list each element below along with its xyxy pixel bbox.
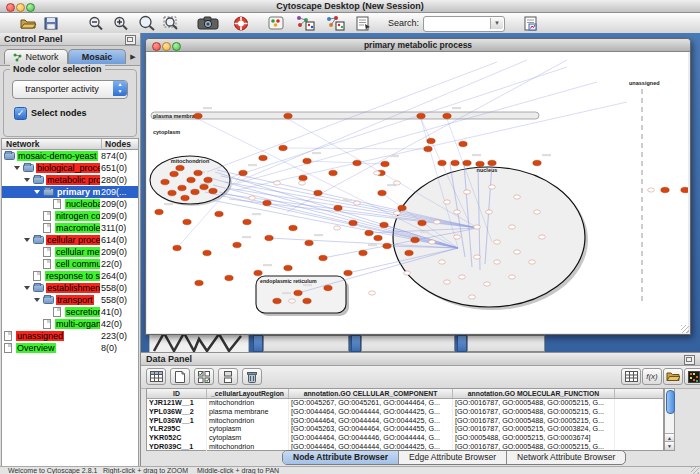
network-node-small[interactable] [454, 235, 461, 239]
network-node[interactable] [463, 160, 471, 166]
import-table-icon[interactable] [621, 368, 641, 385]
network-node[interactable] [349, 220, 357, 226]
network-node-small[interactable] [474, 255, 481, 259]
network-node-small[interactable] [374, 171, 381, 175]
network-node-small[interactable] [514, 250, 521, 254]
network-node-small[interactable] [289, 299, 296, 303]
table-column-header[interactable]: _cellularLayoutRegion [207, 389, 289, 398]
zoom-fit-icon[interactable] [163, 14, 180, 32]
network-node[interactable] [681, 187, 688, 193]
network-node[interactable] [194, 113, 202, 119]
tree-row[interactable]: nucleobase-209(0) [2, 198, 138, 210]
network-node-small[interactable] [509, 225, 516, 229]
search-input[interactable]: ▼ [423, 16, 505, 32]
help-ring-icon[interactable] [233, 14, 249, 32]
tree-row[interactable]: Overview8(0) [2, 342, 138, 354]
network-node[interactable] [181, 195, 189, 201]
search-field[interactable] [426, 17, 492, 31]
network-node[interactable] [476, 161, 484, 167]
network-node[interactable] [324, 285, 332, 291]
tree-row[interactable]: primary metabo209(... [2, 186, 138, 198]
delete-attribute-icon[interactable] [242, 368, 262, 385]
tree-row[interactable]: transport558(0) [2, 294, 138, 306]
network-node[interactable] [365, 230, 373, 236]
network-canvas[interactable]: plasma membrane cytoplasm mitochondrion … [147, 52, 688, 333]
network-node[interactable] [243, 219, 251, 225]
tree-row[interactable]: nitrogen compo209(0) [2, 210, 138, 222]
legend-icon[interactable] [268, 14, 284, 32]
network-view-icon[interactable] [325, 14, 345, 32]
network-node-small[interactable] [529, 260, 536, 264]
tree-row[interactable]: mosaic-demo-yeast874(0) [2, 150, 138, 162]
select-nodes-checkbox[interactable]: ✓ [14, 107, 27, 120]
tab-network-attribute-browser[interactable]: Network Attribute Browser [507, 451, 625, 464]
background-window-sliver[interactable] [361, 335, 455, 352]
expand-triangle-icon[interactable] [24, 238, 30, 242]
frame-close-icon[interactable] [152, 42, 161, 51]
table-column-header[interactable]: annotation.GO MOLECULAR_FUNCTION [453, 389, 615, 398]
search-dropdown-icon[interactable]: ▼ [490, 18, 503, 29]
network-node[interactable] [383, 243, 391, 249]
table-column-header[interactable]: ID [147, 389, 207, 398]
zoom-window-icon[interactable] [26, 3, 35, 12]
network-node[interactable] [161, 179, 169, 185]
tree-row[interactable]: response to stimul264(0) [2, 270, 138, 282]
network-node-small[interactable] [444, 280, 451, 284]
table-row[interactable]: YJR121W__1mitochondrion[GO:0045267, GO:0… [147, 399, 663, 408]
network-node[interactable] [284, 113, 292, 119]
tree-row[interactable]: secretion41(0) [2, 306, 138, 318]
network-node[interactable] [204, 177, 212, 183]
network-node-small[interactable] [354, 201, 361, 205]
scrollbar-thumb[interactable] [666, 390, 675, 414]
snapshot-icon[interactable] [197, 14, 219, 32]
background-window-cap[interactable] [351, 335, 361, 352]
network-node[interactable] [170, 171, 178, 177]
network-node[interactable] [451, 160, 459, 166]
network-node[interactable] [200, 184, 208, 190]
network-node[interactable] [215, 211, 223, 217]
network-node-small[interactable] [459, 275, 466, 279]
network-node[interactable] [191, 189, 199, 195]
network-node[interactable] [289, 225, 297, 231]
network-node[interactable] [314, 190, 322, 196]
network-node-small[interactable] [434, 220, 441, 224]
tab-scroll-right-icon[interactable]: ▶ [128, 51, 138, 63]
table-row[interactable]: YPL036W__2plasma membrane[GO:0044464, GO… [147, 408, 663, 417]
network-node[interactable] [405, 250, 413, 256]
zoom-out-icon[interactable] [88, 14, 104, 32]
network-node[interactable] [661, 187, 669, 193]
table-row[interactable]: YKR052Ccytoplasm[GO:0044464, GO:0044446,… [147, 434, 663, 443]
network-node[interactable] [265, 235, 273, 241]
network-node[interactable] [254, 270, 262, 276]
tree-row[interactable]: cellular process614(0) [2, 234, 138, 246]
network-node-small[interactable] [299, 181, 306, 185]
background-window-sliver[interactable] [263, 335, 349, 352]
network-node-small[interactable] [514, 195, 521, 199]
network-node-small[interactable] [369, 291, 376, 295]
network-node[interactable] [398, 205, 406, 211]
network-window[interactable]: primary metabolic process plasma membran… [145, 38, 691, 335]
search-options-icon[interactable] [524, 14, 538, 32]
node-color-dropdown[interactable]: transporter activity ▲▼ [12, 80, 128, 99]
tab-network[interactable]: Network [4, 49, 68, 64]
network-node[interactable] [374, 235, 382, 241]
frame-zoom-icon[interactable] [172, 42, 181, 51]
network-node[interactable] [209, 188, 217, 194]
network-node-small[interactable] [464, 190, 471, 194]
network-node[interactable] [329, 170, 337, 176]
network-node[interactable] [294, 290, 302, 296]
network-node[interactable] [176, 165, 184, 171]
expand-triangle-icon[interactable] [14, 166, 20, 170]
network-node[interactable] [173, 245, 181, 251]
network-node-small[interactable] [444, 200, 451, 204]
matrix-browser-icon[interactable] [684, 368, 700, 385]
network-node-small[interactable] [439, 260, 446, 264]
network-node[interactable] [319, 255, 327, 261]
network-node-small[interactable] [429, 240, 436, 244]
tree-row[interactable]: unassigned223(0) [2, 330, 138, 342]
network-node[interactable] [344, 270, 352, 276]
network-node-small[interactable] [394, 181, 401, 185]
unified-attributes-icon[interactable] [218, 368, 238, 385]
network-node[interactable] [284, 265, 292, 271]
network-node-small[interactable] [334, 226, 341, 230]
